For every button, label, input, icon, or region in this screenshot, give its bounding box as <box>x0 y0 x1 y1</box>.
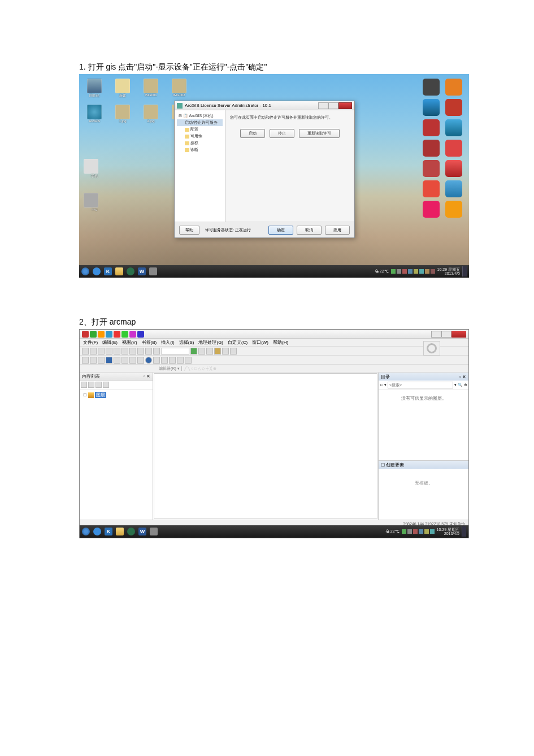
menu-bookmarks[interactable]: 书签(B) <box>142 339 157 345</box>
zoomin-icon[interactable] <box>82 357 89 364</box>
tray-icon[interactable] <box>430 529 435 534</box>
tool-icon[interactable] <box>129 357 136 364</box>
folder-icon[interactable] <box>115 267 123 275</box>
tool-icon[interactable] <box>230 348 237 355</box>
taskbar-clock[interactable]: 10:29 星期五 2013/4/5 <box>437 267 460 275</box>
menu-file[interactable]: 文件(F) <box>83 339 98 345</box>
add-data-icon[interactable] <box>153 348 160 355</box>
arcmap-titlebar[interactable] <box>80 330 468 339</box>
fullextent-icon[interactable] <box>106 357 112 364</box>
app-icon[interactable] <box>445 119 462 136</box>
taskbar-clock[interactable]: 10:29 星期五 2013/4/5 <box>437 528 459 535</box>
save-icon[interactable] <box>98 348 105 355</box>
tool-icon[interactable] <box>214 348 221 355</box>
menu-selection[interactable]: 选择(S) <box>179 339 194 345</box>
desktop-icon[interactable]: IMG001 <box>140 79 162 102</box>
tree-item[interactable]: 可用性 <box>177 133 223 140</box>
toc-tool-icon[interactable] <box>95 382 102 388</box>
tray-icon[interactable] <box>431 269 435 274</box>
open-icon[interactable] <box>90 348 97 355</box>
paste-icon[interactable] <box>129 348 136 355</box>
copy-icon[interactable] <box>121 348 128 355</box>
tool-icon[interactable] <box>190 348 197 355</box>
tray-icon[interactable] <box>424 529 429 534</box>
desktop-icon[interactable]: 2.jpg <box>140 105 162 128</box>
title-icon[interactable] <box>137 331 144 338</box>
app-icon[interactable] <box>423 160 440 177</box>
menu-edit[interactable]: 编辑(E) <box>102 339 118 345</box>
catalog-header[interactable]: 目录▫ ✕ <box>379 373 468 381</box>
title-icon[interactable] <box>121 331 128 338</box>
close-button[interactable] <box>451 331 466 338</box>
start-button-icon[interactable] <box>82 528 90 535</box>
word-icon[interactable]: W <box>138 528 146 535</box>
tree-item[interactable]: 配置 <box>177 126 223 133</box>
app-icon[interactable] <box>149 267 157 275</box>
tray-icon[interactable] <box>419 529 423 534</box>
tray-icon[interactable] <box>391 269 396 274</box>
map-canvas[interactable] <box>154 373 377 519</box>
zoomout-icon[interactable] <box>90 357 97 364</box>
title-icon[interactable] <box>106 331 112 338</box>
app-icon[interactable] <box>445 99 462 116</box>
start-button-icon[interactable] <box>81 267 89 275</box>
app-icon[interactable] <box>445 160 462 177</box>
stop-button[interactable]: 停止 <box>270 129 294 138</box>
undo-icon[interactable] <box>137 348 144 355</box>
title-icon[interactable] <box>129 331 136 338</box>
menu-customize[interactable]: 自定义(C) <box>228 339 248 345</box>
folder-icon[interactable] <box>116 528 124 535</box>
k-icon[interactable]: K <box>105 528 112 535</box>
tool-icon[interactable] <box>222 348 229 355</box>
print-icon[interactable] <box>106 348 112 355</box>
reread-button[interactable]: 重新读取许可 <box>299 129 340 138</box>
tool-icon[interactable] <box>161 357 168 364</box>
cut-icon[interactable] <box>114 348 120 355</box>
maximize-button[interactable] <box>328 102 338 109</box>
minimize-button[interactable] <box>318 102 328 109</box>
tray-icon[interactable] <box>397 269 401 274</box>
tool-icon[interactable] <box>177 357 184 364</box>
title-icon[interactable] <box>82 331 89 338</box>
menu-insert[interactable]: 插入(I) <box>161 339 175 345</box>
cancel-button[interactable]: 取消 <box>297 226 322 235</box>
app-icon[interactable] <box>423 99 440 116</box>
tray-icon[interactable] <box>402 269 407 274</box>
tray-icon[interactable] <box>425 269 429 274</box>
tool-icon[interactable] <box>198 348 205 355</box>
show-desktop[interactable] <box>462 266 467 277</box>
title-icon[interactable] <box>98 331 105 338</box>
app-icon[interactable] <box>423 201 440 218</box>
minimize-button[interactable] <box>431 331 441 338</box>
word-icon[interactable]: W <box>138 267 146 275</box>
desktop-icon[interactable]: IMG002 <box>168 79 190 102</box>
dialog-titlebar[interactable]: ArcGIS License Server Administrator - 10… <box>175 101 354 110</box>
toc-tool-icon[interactable] <box>81 382 87 388</box>
tool-icon[interactable] <box>169 357 176 364</box>
app-icon[interactable] <box>423 140 440 157</box>
pan-icon[interactable] <box>98 357 105 364</box>
tray-icon[interactable] <box>413 529 418 534</box>
desktop-icon[interactable]: img <box>84 193 105 211</box>
arcglobe-icon[interactable] <box>127 528 135 535</box>
new-icon[interactable] <box>82 348 89 355</box>
create-header[interactable]: ☐ 创建要素 <box>379 461 468 469</box>
ok-button[interactable]: 确定 <box>268 226 293 235</box>
app-icon[interactable] <box>445 140 462 157</box>
tool-icon[interactable] <box>121 357 128 364</box>
weather-widget[interactable]: 🌤 22℃ <box>385 529 400 534</box>
tool-icon[interactable] <box>153 357 160 364</box>
menu-window[interactable]: 窗口(W) <box>252 339 268 345</box>
desktop-icon[interactable]: 回收站 <box>84 79 105 102</box>
ie-icon[interactable] <box>93 267 101 275</box>
redo-icon[interactable] <box>145 348 152 355</box>
apply-button[interactable]: 应用 <box>325 226 350 235</box>
maximize-button[interactable] <box>441 331 451 338</box>
weather-widget[interactable]: 🌤 22℃ <box>375 269 389 274</box>
desktop-icon[interactable]: 1.jpg <box>112 105 133 128</box>
tray-icon[interactable] <box>402 529 406 534</box>
tree-root[interactable]: ⊟ 📋 ArcGIS (本机) <box>177 113 223 119</box>
tree-item[interactable]: 诊断 <box>177 146 223 153</box>
title-icon[interactable] <box>114 331 120 338</box>
app-icon[interactable] <box>423 119 440 136</box>
